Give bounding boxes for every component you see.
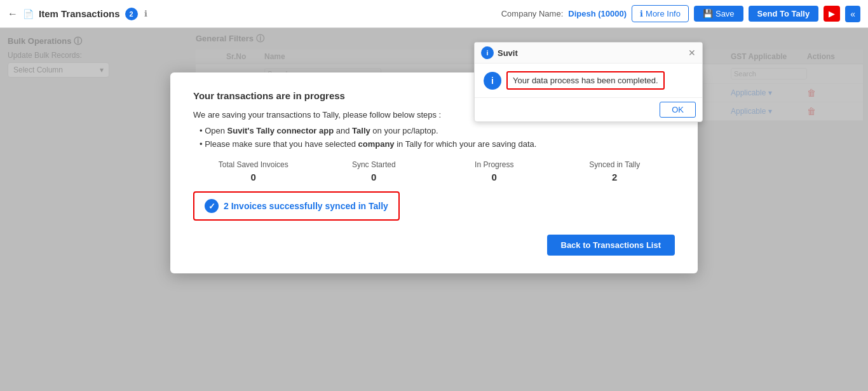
youtube-button[interactable]: ▶ [824, 6, 840, 22]
stat-synced-label: Synced in Tally [555, 160, 675, 169]
more-info-button[interactable]: ℹ More Info [632, 5, 689, 22]
step1-bold1: Suvit's Tally connector app [227, 126, 334, 135]
stat-sync-started: Sync Started 0 [314, 160, 435, 182]
send-to-tally-button[interactable]: Send To Tally [749, 6, 819, 22]
stat-total-label: Total Saved Invoices [193, 160, 314, 169]
notification-app-icon: i [481, 46, 494, 59]
stat-total-value: 0 [193, 172, 314, 182]
dialog-footer: Back to Transactions List [193, 235, 675, 256]
stat-synced-value: 2 [555, 172, 675, 182]
notification-title-wrap: i Suvit [481, 46, 518, 59]
stat-synced-tally: Synced in Tally 2 [555, 160, 675, 182]
send-tally-label: Send To Tally [757, 9, 810, 18]
notification-title: Suvit [498, 48, 518, 58]
more-info-label: More Info [646, 9, 681, 18]
expand-button[interactable]: « [845, 6, 860, 22]
save-icon: 💾 [703, 9, 713, 18]
page-icon: 📄 [23, 9, 34, 19]
stats-row: Total Saved Invoices 0 Sync Started 0 In… [193, 160, 675, 182]
company-name: Dipesh (10000) [568, 9, 627, 18]
notification-header: i Suvit ✕ [475, 43, 702, 64]
stat-sync-value: 0 [314, 172, 435, 182]
success-text: 2 Invoices successfully synced in Tally [224, 201, 388, 211]
notification-footer: OK [475, 97, 702, 121]
stat-sync-label: Sync Started [314, 160, 435, 169]
youtube-icon: ▶ [829, 9, 835, 18]
back-to-transactions-button[interactable]: Back to Transactions List [547, 235, 675, 256]
notification-info-icon: i [484, 72, 501, 90]
stat-in-progress: In Progress 0 [434, 160, 555, 182]
company-label: Company Name: [501, 9, 564, 18]
success-box: ✓ 2 Invoices successfully synced in Tall… [193, 191, 400, 221]
notification-dialog: i Suvit ✕ i Your data process has been c… [474, 42, 703, 122]
step2-bold: company [358, 139, 395, 149]
save-label: Save [715, 9, 735, 18]
page-title: Item Transactions [39, 8, 120, 19]
stat-progress-label: In Progress [434, 160, 555, 169]
header-info-icon[interactable]: ℹ [144, 9, 147, 18]
main-content: Bulk Operations ⓘ Update Bulk Records: S… [0, 28, 868, 391]
notification-ok-button[interactable]: OK [660, 102, 696, 118]
notification-body: i Your data process has been completed. [475, 64, 702, 97]
dialog-step-1: • Open Suvit's Tally connector app and T… [200, 126, 675, 135]
header: ← 📄 Item Transactions 2 ℹ Company Name: … [0, 0, 868, 28]
success-checkmark-icon: ✓ [205, 199, 219, 213]
badge-count: 2 [125, 8, 138, 20]
notification-message: Your data process has been completed. [506, 71, 665, 90]
notification-close-button[interactable]: ✕ [688, 48, 696, 58]
stat-progress-value: 0 [434, 172, 555, 182]
dialog-step-2: • Please make sure that you have selecte… [200, 139, 675, 149]
step1-bold2: Tally [352, 126, 370, 135]
header-left: ← 📄 Item Transactions 2 ℹ [8, 8, 147, 20]
header-right: Company Name: Dipesh (10000) ℹ More Info… [501, 5, 860, 22]
info-icon: ℹ [640, 9, 643, 18]
stat-total-saved: Total Saved Invoices 0 [193, 160, 314, 182]
overlay: i Suvit ✕ i Your data process has been c… [0, 28, 868, 391]
expand-icon: « [850, 9, 855, 19]
save-button[interactable]: 💾 Save [694, 6, 743, 22]
back-button[interactable]: ← [8, 8, 18, 20]
